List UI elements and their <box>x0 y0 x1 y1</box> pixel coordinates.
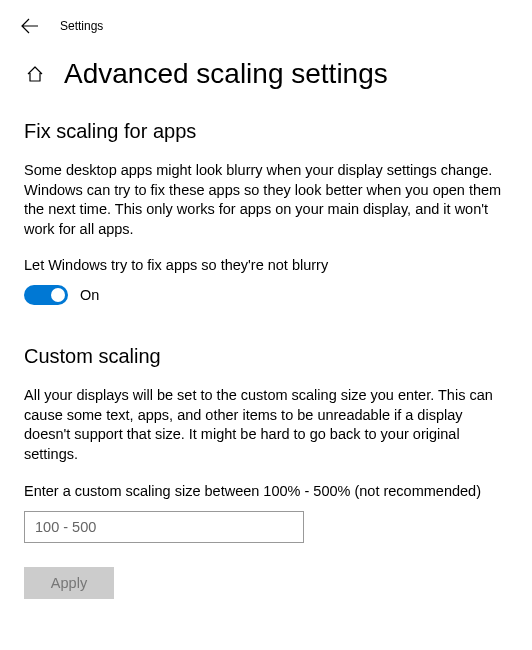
page-title: Advanced scaling settings <box>64 58 388 90</box>
custom-scaling-heading: Custom scaling <box>24 345 508 368</box>
fix-scaling-toggle[interactable] <box>24 285 68 305</box>
window-header: Settings <box>0 0 532 40</box>
content-area: Advanced scaling settings Fix scaling fo… <box>0 40 532 623</box>
back-arrow-icon <box>21 17 39 35</box>
toggle-row: On <box>24 285 508 305</box>
app-name: Settings <box>60 19 103 33</box>
back-button[interactable] <box>18 14 42 38</box>
home-icon[interactable] <box>24 63 46 85</box>
apply-button[interactable]: Apply <box>24 567 114 599</box>
title-row: Advanced scaling settings <box>24 58 508 90</box>
custom-scaling-input[interactable] <box>24 511 304 543</box>
fix-scaling-toggle-label: Let Windows try to fix apps so they're n… <box>24 257 508 273</box>
toggle-state-label: On <box>80 287 99 303</box>
fix-scaling-heading: Fix scaling for apps <box>24 120 508 143</box>
toggle-knob <box>51 288 65 302</box>
fix-scaling-description: Some desktop apps might look blurry when… <box>24 161 504 239</box>
custom-scaling-description: All your displays will be set to the cus… <box>24 386 504 464</box>
custom-scaling-field-label: Enter a custom scaling size between 100%… <box>24 483 508 499</box>
